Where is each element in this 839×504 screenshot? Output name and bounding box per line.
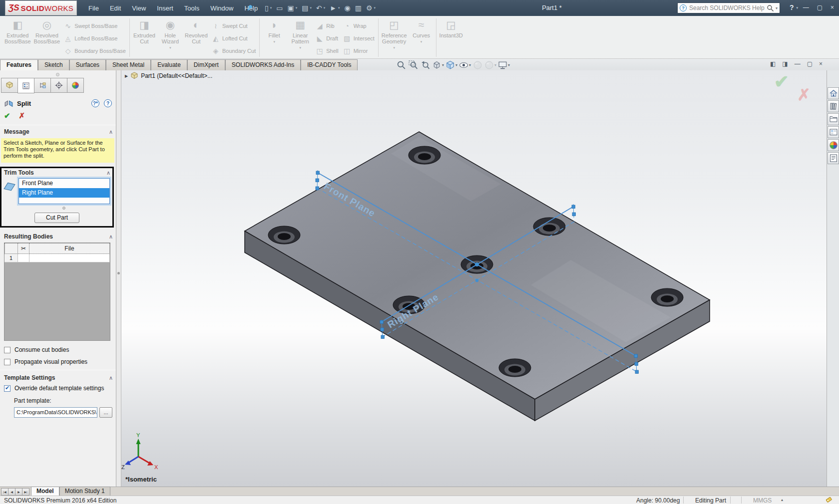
manager-tab-featuremanager-tree[interactable] [1,78,18,93]
feature-tree-breadcrumb[interactable]: ▶ Part1 (Default<<Default>... [125,72,212,80]
restore-doc[interactable]: ▢ [807,60,813,67]
view-tool-zoom-to-fit[interactable] [396,60,407,70]
menu-edit[interactable]: Edit [104,4,126,12]
confirm-cancel-corner-icon[interactable]: ✗ [797,85,811,104]
resulting-bodies-header[interactable]: Resulting Bodies∧ [4,233,113,240]
units-selector[interactable]: MMGS [753,497,772,504]
view-tool-apply-scene[interactable] [484,60,496,70]
reference-geometry-dropdown-icon[interactable]: ▾ [393,46,395,50]
search-box[interactable]: ? Search SOLIDWORKS Help ▾ [677,2,780,13]
browse-button[interactable]: ... [99,407,112,418]
ribbon-instant3d-button[interactable]: ◲Instant3D [438,17,464,58]
cancel-button[interactable]: ✗ [19,111,25,120]
panel-splitter[interactable] [116,70,121,487]
close-window[interactable]: × [831,3,834,11]
search-input[interactable]: Search SOLIDWORKS Help [689,4,767,11]
part-template-input[interactable]: C:\ProgramData\SOLIDWORKS\ [14,407,97,418]
study-nav-[interactable]: ▶ [15,488,22,496]
ribbon-intersect-button[interactable]: ▧Intersect [343,32,375,44]
qat-print[interactable]: ▤ [302,4,312,12]
taskpane-file-explorer[interactable] [828,113,839,125]
view-tool-view-settings[interactable] [498,60,510,70]
view-tool-hide-show-items[interactable] [459,60,471,70]
tree-expander-icon[interactable]: ▶ [125,74,128,78]
collapse-icon[interactable]: ∧ [109,129,113,135]
tab-evaluate[interactable]: Evaluate [151,59,187,70]
qat-options[interactable]: ⚙ [366,4,376,12]
ribbon-boundary-cut-button[interactable]: ◈Boundary Cut [211,44,256,57]
ribbon-revolved-boss-base-button[interactable]: ◎RevolvedBoss/Base [32,17,62,58]
qat-select[interactable]: ► [330,4,340,12]
ribbon-lofted-boss-base-button[interactable]: ◬Lofted Boss/Base [63,32,126,44]
graphics-viewport[interactable]: Front Plane Right Plane Y X Z ▶ [121,70,827,487]
units-dropdown-icon[interactable]: ▴ [781,498,783,502]
trim-tools-listbox[interactable]: Front PlaneRight Plane [18,178,110,204]
trim-tools-header[interactable]: Trim Tools∧ [4,169,110,176]
tab-sheet-metal[interactable]: Sheet Metal [106,59,151,70]
taskpane-view-palette[interactable] [828,126,839,138]
qat-undo[interactable]: ↶ [316,4,325,12]
menu-window[interactable]: Window [205,4,239,12]
resulting-bodies-table[interactable]: ✂ File 1 [4,243,110,341]
study-nav-[interactable]: |◀ [1,488,8,496]
hole-wizard-dropdown-icon[interactable]: ▾ [169,46,171,50]
manager-tab-dimxpert-manager[interactable] [50,78,67,93]
manager-tab-propertymanager[interactable] [17,78,34,93]
view-tool-edit-appearance[interactable] [472,60,483,70]
curves-dropdown-icon[interactable]: ▾ [420,40,422,44]
tab-solidworks-add-ins[interactable]: SOLIDWORKS Add-Ins [225,59,301,70]
search-icon[interactable] [767,4,774,12]
manager-tab-configuration-manager[interactable] [34,78,51,93]
whats-new-help-icon[interactable]: ?* [91,99,99,107]
menu-insert[interactable]: Insert [151,4,179,12]
fillet-dropdown-icon[interactable]: ▾ [273,40,275,44]
ribbon-extruded-boss-base-button[interactable]: ◧ExtrudedBoss/Base [3,17,32,58]
collapse-icon[interactable]: ∧ [109,234,113,240]
ribbon-rib-button[interactable]: ◢Rib [315,19,338,32]
ribbon-linear-pattern-button[interactable]: ▦LinearPattern▾ [287,17,313,58]
qat-new-document[interactable]: ▯ [265,4,272,12]
panel-scroll-handle[interactable] [56,73,59,76]
pane-left[interactable]: ◧ [770,60,776,67]
menu-file[interactable]: File [83,4,104,12]
confirm-ok-corner-icon[interactable]: ✔ [774,71,789,92]
collapse-icon[interactable]: ∧ [109,375,113,381]
trim-item-front-plane[interactable]: Front Plane [19,179,109,188]
taskpane-custom-properties[interactable] [828,152,839,164]
ribbon-curves-button[interactable]: ≈Curves▾ [409,17,434,58]
tab-ib-caddy-tools[interactable]: IB-CADDY Tools [301,59,358,70]
minimize-doc[interactable]: — [795,60,801,67]
help-menu[interactable]: ? [790,3,798,11]
tab-model[interactable]: Model [31,487,59,496]
view-tool-view-orientation[interactable] [445,60,457,70]
manager-tab-display-manager[interactable] [67,78,84,93]
tab-dimxpert[interactable]: DimXpert [187,59,225,70]
trim-item-right-plane[interactable]: Right Plane [19,188,109,198]
qat-save[interactable]: ▣ [287,4,297,12]
taskpane-home[interactable] [828,87,839,99]
help-icon[interactable]: ? [104,99,112,107]
ribbon-swept-cut-button[interactable]: ≀Swept Cut [211,19,256,32]
qat-open-document[interactable]: ▭ [276,4,283,12]
ribbon-fillet-button[interactable]: ◗Fillet▾ [261,17,287,58]
qat-rebuild[interactable]: ◉ [345,4,351,12]
propagate-visual-properties-checkbox[interactable] [4,359,10,365]
view-tool-previous-view[interactable] [420,60,430,70]
ribbon-shell-button[interactable]: ◳Shell [315,44,338,57]
linear-pattern-dropdown-icon[interactable]: ▾ [299,46,301,50]
view-tool-zoom-to-area[interactable] [408,60,419,70]
ribbon-boundary-boss-base-button[interactable]: ◇Boundary Boss/Base [63,44,126,57]
ok-button[interactable]: ✔ [4,111,10,120]
cut-part-button[interactable]: Cut Part [34,213,79,223]
tags-icon[interactable] [825,497,833,504]
restore-window[interactable]: ▢ [817,3,823,11]
tab-features[interactable]: Features [0,59,38,70]
ribbon-swept-boss-base-button[interactable]: ∿Swept Boss/Base [63,19,126,32]
tab-motion-study-1[interactable]: Motion Study 1 [59,487,110,496]
close-doc[interactable]: × [819,60,823,67]
ribbon-reference-geometry-button[interactable]: ◰ReferenceGeometry▾ [380,17,409,58]
template-settings-header[interactable]: Template Settings∧ [4,374,113,381]
collapse-icon[interactable]: ∧ [106,170,110,176]
ribbon-wrap-button[interactable]: ◔Wrap [343,19,375,32]
minimize-window[interactable]: — [803,3,809,11]
